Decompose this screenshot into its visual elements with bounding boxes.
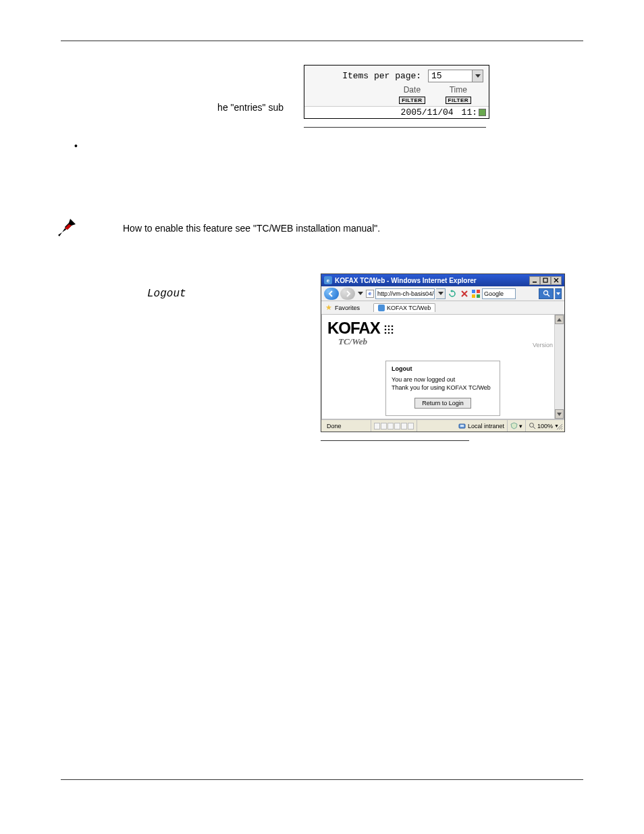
svg-rect-0 [533,282,537,283]
status-bar: Done Local intranet ▾ 100% ▼ [321,419,564,432]
scroll-up-button[interactable] [555,315,564,324]
logout-message-1: You are now logged out [392,376,494,383]
window-titlebar[interactable]: e KOFAX TC/Web - Windows Internet Explor… [321,274,564,286]
pushpin-icon [55,216,80,243]
ie-icon: e [324,276,332,284]
address-dropdown[interactable] [436,288,446,299]
progress-indicator [371,420,417,432]
scroll-up-icon[interactable] [479,109,486,116]
svg-point-14 [387,332,390,334]
tab-title: KOFAX TC/Web [387,305,431,311]
svg-point-9 [391,325,393,327]
version-label: Version [533,342,553,348]
logout-message-2: Thank you for using KOFAX TC/Web [392,384,494,391]
chevron-down-icon [358,292,363,295]
status-text: Done [324,420,371,432]
note-text: How to enable this feature see "TC/WEB i… [123,223,380,234]
svg-point-12 [391,328,393,330]
refresh-button[interactable] [447,288,458,299]
time-cell: 11: [462,107,486,118]
arrow-right-icon [344,290,351,297]
intranet-icon [458,422,466,429]
body-fragment: he "entries" sub [61,61,290,113]
search-button[interactable] [539,288,554,299]
scroll-down-button[interactable] [555,409,564,419]
nav-toolbar: e http://vm-ch-basis04/ Google [321,286,564,301]
items-per-page-label: Items per page: [342,71,421,81]
logout-heading: Logout [392,365,494,372]
forward-button[interactable] [340,288,355,300]
minimize-button[interactable] [529,276,540,285]
svg-rect-5 [477,294,480,298]
svg-point-11 [387,328,390,330]
header-rule [61,41,583,41]
favorites-bar: ★ Favorites KOFAX TC/Web [321,301,564,315]
google-icon [471,289,481,298]
filter-date-button[interactable]: FILTER [399,97,425,104]
shield-icon [510,422,518,429]
figure1-caption-rule [304,127,486,128]
svg-point-8 [387,325,390,327]
dropdown-button[interactable] [472,70,483,82]
window-title: KOFAX TC/Web - Windows Internet Explorer [335,277,477,284]
favorites-label[interactable]: Favorites [335,305,360,311]
chevron-down-icon [438,292,444,295]
figure-browser-window: e KOFAX TC/Web - Windows Internet Explor… [321,273,565,432]
svg-point-13 [384,332,386,334]
logo-dots-icon [383,319,395,338]
svg-point-6 [543,291,547,295]
figure-items-per-page: Items per page: 15 Date FILTER [304,65,489,119]
minimize-icon [532,278,537,283]
return-to-login-button[interactable]: Return to Login [414,398,471,409]
date-cell: 2005/11/04 [401,107,454,118]
svg-point-15 [391,332,393,334]
stop-button[interactable] [459,288,470,299]
items-per-page-select[interactable]: 15 [428,70,483,82]
vertical-scrollbar[interactable] [554,315,564,419]
svg-point-10 [384,328,386,330]
svg-rect-1 [543,278,547,282]
items-per-page-value: 15 [431,71,442,81]
svg-rect-3 [477,290,480,293]
chevron-up-icon [557,318,562,321]
security-zone[interactable]: Local intranet [456,420,508,432]
logout-section-label: Logout [147,288,186,300]
svg-rect-4 [472,294,475,298]
maximize-icon [543,278,548,283]
figure-1-wrap: Items per page: 15 Date FILTER [304,61,489,128]
star-icon[interactable]: ★ [325,303,332,312]
close-button[interactable] [551,276,562,285]
arrow-left-icon [328,290,335,297]
chevron-down-icon [475,74,481,78]
logout-panel: Logout You are now logged out Thank you … [385,361,500,416]
maximize-button[interactable] [540,276,551,285]
address-bar[interactable]: http://vm-ch-basis04/ [375,288,435,299]
close-icon [554,278,559,283]
back-button[interactable] [324,288,339,300]
search-dropdown[interactable] [555,288,562,299]
refresh-icon [448,290,456,298]
col-time-label: Time [446,85,471,95]
filter-time-button[interactable]: FILTER [446,97,471,104]
svg-point-18 [530,423,534,427]
page-icon: e [366,290,374,298]
chevron-down-icon [557,413,562,416]
bullet: • [74,140,78,151]
nav-history-dropdown[interactable] [356,292,365,295]
col-date-label: Date [399,85,425,95]
page-content: KOFAX TC/Web Version Logout You are now … [321,315,564,419]
footer-rule [61,779,583,780]
product-name: TC/Web [322,336,564,347]
browser-tab[interactable]: KOFAX TC/Web [373,303,435,312]
search-input[interactable]: Google [482,288,516,299]
resize-grip-icon[interactable] [556,423,564,431]
svg-rect-2 [472,290,475,293]
x-icon [461,290,468,297]
protected-mode-cell[interactable]: ▾ [508,420,526,432]
chevron-down-icon [556,292,560,295]
figure2-caption-rule [321,440,469,441]
svg-rect-17 [460,425,464,427]
ie-tab-icon [378,305,385,311]
kofax-logo: KOFAX [322,315,564,338]
zoom-icon [529,422,536,429]
